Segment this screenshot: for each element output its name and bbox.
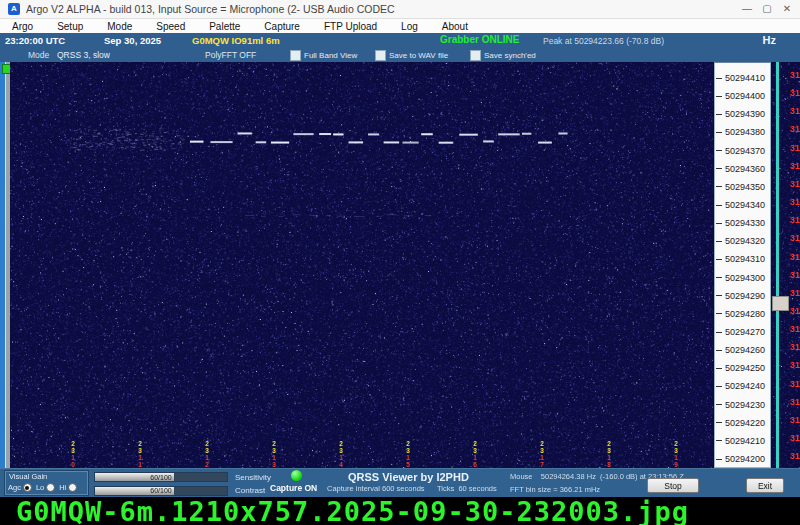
date-label: Sep 30, 2025 — [104, 35, 161, 46]
tick-hour: 23 — [137, 440, 144, 454]
freq-label: 50294290 — [725, 291, 765, 301]
freq-scale-row: 50294340 — [715, 196, 770, 214]
right-edge-strip: 3131313131313131313131313131313131313131… — [772, 62, 800, 468]
clipped-freq-label-fragment: 31 — [790, 143, 800, 153]
ticks-info: Ticks 60 seconds — [437, 484, 497, 493]
freq-scale-row: 50294250 — [715, 359, 770, 377]
stop-button[interactable]: Stop — [647, 478, 699, 493]
tick-hour: 23 — [204, 440, 211, 454]
capture-led-icon — [291, 470, 302, 481]
clipped-freq-label-fragment: 31 — [790, 161, 800, 171]
contrast-slider[interactable]: 60/100 — [94, 486, 228, 496]
tick-minute: 16 — [472, 454, 479, 468]
fft-bin-size: FFT bin size = 366.21 mHz — [510, 485, 600, 494]
tick-minute: 15 — [405, 454, 412, 468]
tick-minute: 17 — [539, 454, 546, 468]
waterfall-canvas[interactable] — [10, 62, 713, 468]
tick-mark — [716, 205, 722, 206]
freq-scale-row: 50294290 — [715, 287, 770, 305]
freq-scale-row: 50294370 — [715, 142, 770, 160]
left-frequency-slider[interactable] — [0, 62, 10, 468]
tick-minute: 18 — [606, 454, 613, 468]
menu-item-palette[interactable]: Palette — [197, 21, 252, 32]
grabber-filename: G0MQW-6m.1210x757.2025-09-30-232003.jpg — [16, 496, 689, 525]
clipped-freq-label-fragment: 31 — [790, 70, 800, 80]
checkbox-label: Save to WAV file — [389, 51, 448, 60]
freq-label: 50294380 — [725, 127, 765, 137]
freq-scale-row: 50294330 — [715, 214, 770, 232]
tick-mark — [716, 440, 722, 441]
freq-label: 50294400 — [725, 91, 765, 101]
tick-hour: 23 — [472, 440, 479, 454]
freq-label: 50294240 — [725, 381, 765, 391]
maximize-icon[interactable]: ▢ — [758, 2, 776, 16]
checkbox-full-band-view[interactable] — [290, 50, 301, 61]
menu-item-log[interactable]: Log — [389, 21, 430, 32]
argo-window: A Argo V2 ALPHA - build 013, Input Sourc… — [0, 0, 800, 525]
freq-scale-row: 50294280 — [715, 305, 770, 323]
clipped-freq-label-fragment: 31 — [790, 306, 800, 316]
freq-scale-row: 50294350 — [715, 178, 770, 196]
clipped-freq-label-fragment: 31 — [790, 252, 800, 262]
tick-minute: 19 — [673, 454, 680, 468]
menu-item-about[interactable]: About — [430, 21, 480, 32]
utc-time: 23:20:00 UTC — [5, 35, 65, 46]
radio-circle[interactable] — [23, 483, 32, 492]
clipped-freq-label-fragment: 31 — [790, 88, 800, 98]
menu-item-mode[interactable]: Mode — [95, 21, 144, 32]
tick-mark — [716, 459, 722, 460]
clipped-freq-label-fragment: 31 — [790, 397, 800, 407]
status-bar-mode: Mode QRSS 3, slow PolyFFT OFF Full Band … — [0, 47, 800, 62]
checkbox-save-to-wav-file[interactable] — [375, 50, 386, 61]
tick-hour: 23 — [606, 440, 613, 454]
tick-mark — [716, 386, 722, 387]
time-tick-2316: 2316 — [471, 440, 478, 467]
freq-scale-row: 50294410 — [715, 69, 770, 87]
time-tick-2311: 2311 — [136, 440, 143, 467]
radio-circle[interactable] — [68, 483, 77, 492]
radio-hi[interactable]: Hi — [59, 483, 77, 492]
close-icon[interactable]: ✕ — [778, 2, 796, 16]
right-scrollbar-thumb[interactable] — [772, 296, 789, 311]
freq-scale-row: 50294230 — [715, 396, 770, 414]
radio-label: Hi — [59, 483, 66, 492]
tick-hour: 23 — [271, 440, 278, 454]
menu-item-argo[interactable]: Argo — [0, 21, 45, 32]
checkbox-label: Full Band View — [304, 51, 357, 60]
peak-readout: Peak at 50294223.66 (-70.8 dB) — [543, 36, 664, 46]
radio-lo[interactable]: Lo — [36, 483, 55, 492]
visual-gain-title: Visual Gain — [9, 472, 47, 481]
clipped-freq-label-fragment: 31 — [790, 215, 800, 225]
tick-mark — [716, 295, 722, 296]
radio-agc[interactable]: Agc — [8, 483, 32, 492]
minimize-icon[interactable]: — — [738, 2, 756, 16]
freq-label: 50294320 — [725, 236, 765, 246]
menu-item-setup[interactable]: Setup — [45, 21, 95, 32]
tick-mark — [716, 277, 722, 278]
right-scrollbar-track[interactable] — [776, 62, 779, 468]
freq-scale-row: 50294320 — [715, 232, 770, 250]
radio-label: Agc — [8, 483, 21, 492]
radio-circle[interactable] — [46, 483, 55, 492]
checkbox-save-synch-ed[interactable] — [470, 50, 481, 61]
tick-minute: 13 — [271, 454, 278, 468]
clipped-freq-label-fragment: 31 — [790, 379, 800, 389]
freq-scale-row: 50294360 — [715, 160, 770, 178]
freq-scale-row: 50294270 — [715, 323, 770, 341]
freq-label: 50294200 — [725, 454, 765, 464]
clipped-freq-label-fragment: 31 — [790, 360, 800, 370]
polyfft-status[interactable]: PolyFFT OFF — [205, 50, 256, 60]
freq-label: 50294280 — [725, 309, 765, 319]
menu-item-capture[interactable]: Capture — [252, 21, 312, 32]
freq-label: 50294330 — [725, 218, 765, 228]
exit-button[interactable]: Exit — [746, 478, 784, 493]
menu-item-speed[interactable]: Speed — [144, 21, 197, 32]
sensitivity-slider[interactable]: 60/100 — [94, 472, 228, 482]
clipped-freq-label-fragment: 31 — [790, 106, 800, 116]
menu-item-ftp-upload[interactable]: FTP Upload — [312, 21, 389, 32]
slider-value: 60/100 — [95, 474, 227, 481]
mode-label: Mode — [28, 50, 49, 60]
tick-mark — [716, 223, 722, 224]
capture-on-label[interactable]: Capture ON — [270, 483, 317, 493]
clipped-freq-label-fragment: 31 — [790, 324, 800, 334]
